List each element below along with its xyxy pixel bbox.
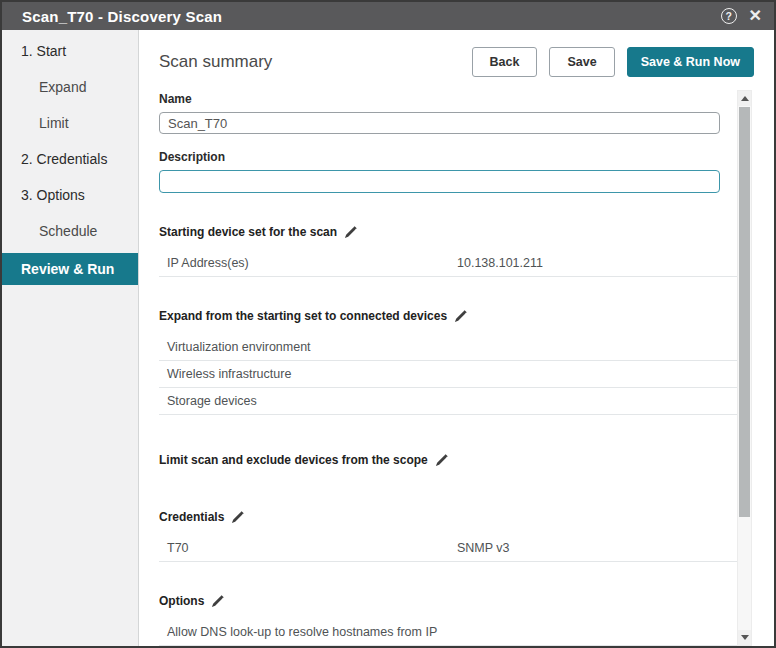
edit-options-icon[interactable] — [211, 595, 224, 608]
table-row: Wireless infrastructure — [159, 361, 737, 388]
edit-starting-device-set-icon[interactable] — [344, 226, 357, 239]
sidebar-item-review-run[interactable]: Review & Run — [2, 253, 138, 285]
scroll-area: Name Description Starting device set for… — [139, 90, 752, 646]
description-input[interactable] — [159, 170, 720, 193]
close-icon[interactable]: ✕ — [749, 8, 762, 24]
table-row: Allow DNS look-up to resolve hostnames f… — [159, 619, 737, 646]
vertical-scrollbar[interactable] — [737, 90, 752, 646]
section-limit: Limit scan and exclude devices from the … — [159, 453, 737, 467]
window-title: Scan_T70 - Discovery Scan — [22, 8, 721, 25]
sidebar-item-limit[interactable]: Limit — [2, 105, 138, 141]
table-row: IP Address(es) 10.138.101.211 — [159, 250, 737, 277]
description-label: Description — [159, 150, 737, 164]
edit-expand-icon[interactable] — [454, 310, 467, 323]
edit-limit-icon[interactable] — [435, 454, 448, 467]
scrollbar-thumb[interactable] — [739, 107, 750, 517]
sidebar-item-expand[interactable]: Expand — [2, 69, 138, 105]
help-icon[interactable]: ? — [721, 8, 737, 24]
scan-summary-form: Name Description Starting device set for… — [159, 90, 737, 646]
sidebar-item-start[interactable]: 1. Start — [2, 33, 138, 69]
save-button[interactable]: Save — [549, 47, 614, 77]
edit-credentials-icon[interactable] — [231, 511, 244, 524]
table-row: Virtualization environment — [159, 334, 737, 361]
section-credentials: Credentials — [159, 510, 737, 524]
sidebar-item-options[interactable]: 3. Options — [2, 177, 138, 213]
page-title: Scan summary — [159, 52, 272, 72]
wizard-sidebar: 1. Start Expand Limit 2. Credentials 3. … — [2, 30, 139, 646]
discovery-scan-dialog: Scan_T70 - Discovery Scan ? ✕ 1. Start E… — [0, 0, 776, 648]
scrollbar-up-icon[interactable] — [738, 91, 751, 106]
main-content: Scan summary Back Save Save & Run Now Na… — [139, 30, 774, 646]
back-button[interactable]: Back — [472, 47, 538, 77]
section-options: Options — [159, 594, 737, 608]
table-row: T70 SNMP v3 — [159, 535, 737, 562]
section-expand: Expand from the starting set to connecte… — [159, 309, 737, 323]
sidebar-item-schedule[interactable]: Schedule — [2, 213, 138, 249]
section-starting-device-set: Starting device set for the scan — [159, 225, 737, 239]
sidebar-item-credentials[interactable]: 2. Credentials — [2, 141, 138, 177]
title-bar: Scan_T70 - Discovery Scan ? ✕ — [2, 2, 774, 30]
name-label: Name — [159, 92, 737, 106]
name-input[interactable] — [159, 112, 720, 134]
content-header: Scan summary Back Save Save & Run Now — [139, 30, 774, 90]
table-row: Storage devices — [159, 388, 737, 415]
scrollbar-down-icon[interactable] — [738, 630, 751, 645]
save-run-now-button[interactable]: Save & Run Now — [627, 47, 754, 77]
